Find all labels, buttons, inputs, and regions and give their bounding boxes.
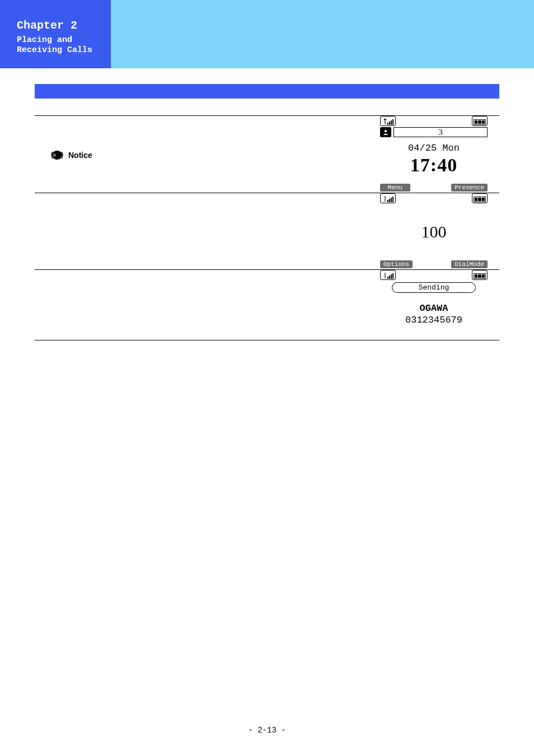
softkey-dialmode[interactable]: DialMode <box>451 260 488 268</box>
phone-screen-sending: Sending OGAWA 0312345679 <box>379 270 489 325</box>
chapter-subtitle-line2: Receiving Calls <box>17 45 101 55</box>
contact-number: 0312345679 <box>379 315 489 325</box>
softkey-options[interactable]: Options <box>380 260 413 268</box>
section-bar <box>35 84 499 99</box>
person-icon <box>380 127 391 137</box>
description-cell <box>35 193 368 270</box>
content-table: Notice <box>35 115 499 340</box>
notice-label: Notice <box>68 151 92 160</box>
date-text: 04/25 Mon <box>379 143 489 153</box>
notice-line: Notice <box>50 150 368 161</box>
battery-icon <box>472 270 488 280</box>
table-row: 100 Options DialMode <box>35 193 499 270</box>
phone-screen-dialing: 100 Options DialMode <box>379 193 489 269</box>
notification-count: 3 <box>394 127 488 137</box>
battery-icon <box>472 193 488 203</box>
table-row: Notice <box>35 116 499 193</box>
chapter-subtitle-line1: Placing and <box>17 35 101 45</box>
phone-screen-home: 3 04/25 Mon 17:40 Menu Presence <box>379 116 489 193</box>
time-text: 17:40 <box>379 155 489 176</box>
description-cell: Notice <box>35 116 368 193</box>
dialed-number: 100 <box>379 222 489 241</box>
description-cell <box>35 270 368 340</box>
page-footer: - 2-13 - <box>0 726 534 735</box>
sending-status: Sending <box>392 282 476 293</box>
notice-icon <box>50 150 64 161</box>
screen-cell: 3 04/25 Mon 17:40 Menu Presence <box>368 116 499 193</box>
softkey-menu[interactable]: Menu <box>380 184 410 192</box>
chapter-box: Chapter 2 Placing and Receiving Calls <box>0 0 111 68</box>
signal-icon <box>380 193 396 203</box>
table-row: Sending OGAWA 0312345679 <box>35 270 499 340</box>
contact-name: OGAWA <box>379 303 489 314</box>
screen-cell: 100 Options DialMode <box>368 193 499 270</box>
page-body: Notice <box>0 68 534 756</box>
battery-icon <box>472 116 488 126</box>
softkey-presence[interactable]: Presence <box>451 184 488 192</box>
signal-icon <box>380 116 396 126</box>
signal-icon <box>380 270 396 280</box>
svg-point-1 <box>385 130 387 132</box>
chapter-title: Chapter 2 <box>17 19 101 32</box>
screen-cell: Sending OGAWA 0312345679 <box>368 270 499 340</box>
top-band: Chapter 2 Placing and Receiving Calls <box>0 0 534 68</box>
